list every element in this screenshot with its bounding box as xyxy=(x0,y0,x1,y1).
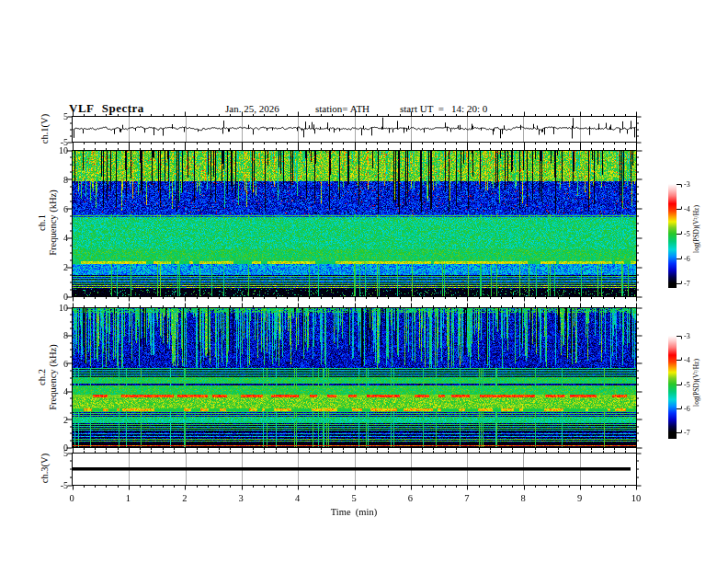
vlf-spectra-figure: VLF Spectra Jan. 25, 2026 station= ATH s… xyxy=(0,0,728,563)
y-tick-label: 0 xyxy=(31,292,68,302)
x-tick-label: 6 xyxy=(394,493,426,503)
x-tick-label: 8 xyxy=(507,493,539,503)
y-tick-label: 6 xyxy=(31,204,68,214)
axes-frames-and-ticks xyxy=(0,0,728,563)
x-tick-label: 4 xyxy=(282,493,313,503)
x-tick-label: 9 xyxy=(564,493,596,503)
x-tick-label: 7 xyxy=(451,493,483,503)
x-tick-label: 2 xyxy=(169,493,200,503)
y-tick-label: 8 xyxy=(31,330,68,340)
x-tick-label: 1 xyxy=(112,493,143,503)
y-tick-label: 5 xyxy=(31,111,68,121)
y-tick-label: 2 xyxy=(31,262,68,272)
x-tick-label: 0 xyxy=(56,493,87,503)
x-tick-label: 10 xyxy=(620,493,652,503)
colorbar-tick-label: -5 xyxy=(684,381,702,389)
colorbar-tick-label: -5 xyxy=(684,230,702,238)
colorbar-tick-label: -7 xyxy=(684,280,702,288)
x-tick-label: 3 xyxy=(225,493,256,503)
colorbar-tick-label: -3 xyxy=(684,332,702,340)
colorbar-tick-label: -6 xyxy=(684,255,702,263)
y-tick-label: 4 xyxy=(31,386,68,396)
y-tick-label: -5 xyxy=(31,480,68,490)
colorbar-tick-label: -3 xyxy=(684,180,702,189)
y-tick-label: 2 xyxy=(31,415,68,425)
colorbar-tick-label: -6 xyxy=(684,405,702,413)
y-tick-label: 4 xyxy=(31,233,68,243)
colorbar-tick-label: -7 xyxy=(684,429,702,437)
colorbar-tick-label: -4 xyxy=(684,356,702,364)
colorbar-tick-label: -4 xyxy=(684,205,702,213)
y-tick-label: 10 xyxy=(31,303,68,313)
x-tick-label: 5 xyxy=(338,493,370,503)
y-tick-label: 10 xyxy=(31,145,68,155)
y-tick-label: 8 xyxy=(31,175,68,185)
y-tick-label: 6 xyxy=(31,359,68,369)
time-axis-label: Time (min) xyxy=(331,507,377,517)
y-tick-label: 0 xyxy=(31,442,68,453)
